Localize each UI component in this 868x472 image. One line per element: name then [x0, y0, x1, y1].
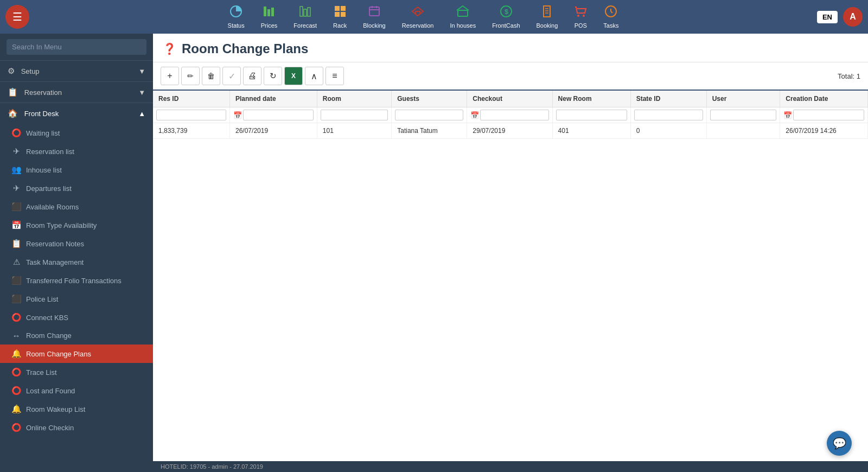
filter-checkout: 📅 [467, 107, 552, 123]
sidebar-item-room-change-plans[interactable]: 🔔 Room Change Plans [0, 345, 153, 363]
nav-item-booking[interactable]: Booking [537, 5, 558, 29]
nav-item-rack[interactable]: Rack [333, 5, 347, 29]
sidebar-item-room-wakeup-list[interactable]: 🔔 Room Wakeup List [0, 400, 153, 418]
sidebar-item-departures-list[interactable]: ✈ Departures list [0, 179, 153, 197]
sidebar-item-room-type-availability[interactable]: 📅 Room Type Availability [0, 216, 153, 234]
col-planned-date: Planned date [230, 91, 317, 107]
inhouse-list-label: Inhouse list [26, 166, 62, 174]
nav-item-pos[interactable]: POS [574, 5, 587, 29]
task-management-icon: ⚠ [11, 257, 22, 267]
language-button[interactable]: EN [817, 11, 838, 23]
col-guests: Guests [392, 91, 467, 107]
svg-rect-1 [264, 7, 266, 16]
excel-button[interactable]: X [284, 67, 303, 85]
filter-res-id-input[interactable] [156, 110, 226, 120]
room-change-icon: ↔ [11, 331, 22, 340]
delete-button[interactable]: 🗑 [202, 67, 220, 85]
cell-res-id: 1,833,739 [153, 123, 230, 139]
filter-guests-input[interactable] [395, 110, 463, 120]
svg-rect-15 [458, 10, 468, 16]
chat-bubble[interactable]: 💬 [827, 431, 852, 456]
hamburger-button[interactable]: ☰ [5, 5, 29, 29]
nav-item-tasks[interactable]: Tasks [603, 5, 618, 29]
search-input[interactable] [7, 39, 146, 55]
table-row[interactable]: 1,833,739 26/07/2019 101 Tatiana Tatum 2… [153, 123, 868, 139]
sidebar-item-transferred-folio[interactable]: ⬛ Transferred Folio Transactions [0, 271, 153, 290]
nav-item-blocking[interactable]: Blocking [363, 5, 386, 29]
filter-user [706, 107, 780, 123]
pos-nav-label: POS [575, 22, 587, 29]
frontdesk-icon: 🏠 [8, 109, 18, 118]
table-body: 1,833,739 26/07/2019 101 Tatiana Tatum 2… [153, 123, 868, 139]
nav-item-prices[interactable]: Prices [261, 5, 278, 29]
menu-button[interactable]: ≡ [326, 67, 344, 85]
room-type-availability-icon: 📅 [11, 220, 22, 230]
sidebar-section-header-frontdesk[interactable]: 🏠 Front Desk ▲ [0, 103, 153, 124]
setup-icon: ⚙ [8, 66, 15, 75]
connect-kbs-label: Connect KBS [26, 314, 68, 322]
sidebar-item-room-change[interactable]: ↔ Room Change [0, 327, 153, 345]
filter-new-room-input[interactable] [556, 110, 627, 120]
rack-nav-label: Rack [333, 22, 347, 29]
sidebar-item-lost-and-found[interactable]: ⭕ Lost and Found [0, 381, 153, 400]
nav-item-forecast[interactable]: Forecast [293, 5, 317, 29]
col-room: Room [317, 91, 391, 107]
sidebar-item-inhouse-list[interactable]: 👥 Inhouse list [0, 161, 153, 179]
nav-item-reservation[interactable]: Reservation [402, 5, 434, 29]
sidebar-item-connect-kbs[interactable]: ⭕ Connect KBS [0, 308, 153, 327]
sidebar-item-available-rooms[interactable]: ⬛ Available Rooms [0, 197, 153, 216]
footer-bar: HOTELID: 19705 - admin - 27.07.2019 [153, 461, 868, 472]
col-state-id: State ID [630, 91, 706, 107]
sidebar-section-frontdesk: 🏠 Front Desk ▲ ⭕ Waiting list ✈ Reservat… [0, 103, 153, 437]
trace-list-label: Trace List [26, 368, 57, 377]
filter-state-id [630, 107, 706, 123]
blocking-nav-icon [368, 5, 381, 21]
svg-rect-10 [341, 12, 346, 17]
inhouses-nav-label: In houses [450, 22, 476, 29]
available-rooms-icon: ⬛ [11, 202, 22, 212]
up-button[interactable]: ∧ [305, 67, 323, 85]
refresh-button[interactable]: ↻ [264, 67, 282, 85]
setup-chevron: ▼ [138, 67, 145, 75]
sidebar-section-header-reservation[interactable]: 📋 Reservation ▼ [0, 82, 153, 103]
reservation-section-label: Reservation [24, 88, 62, 97]
sidebar-section-header-setup[interactable]: ⚙ Setup ▼ [0, 61, 153, 81]
sidebar-item-police-list[interactable]: ⬛ Police List [0, 290, 153, 308]
filter-room-input[interactable] [321, 110, 388, 120]
frontcash-nav-label: FrontCash [492, 22, 520, 29]
sidebar-item-task-management[interactable]: ⚠ Task Management [0, 253, 153, 271]
sidebar-item-waiting-list[interactable]: ⭕ Waiting list [0, 124, 153, 142]
rack-nav-icon [334, 5, 347, 21]
svg-rect-6 [308, 8, 310, 16]
filter-planned-date-input[interactable] [243, 110, 314, 120]
add-button[interactable]: + [161, 67, 179, 85]
sidebar-item-reservation-list[interactable]: ✈ Reservation list [0, 142, 153, 161]
filter-planned-date: 📅 [230, 107, 317, 123]
filter-creation-date-input[interactable] [793, 110, 864, 120]
svg-rect-3 [271, 8, 274, 16]
nav-item-status[interactable]: Status [228, 5, 245, 29]
filter-state-id-input[interactable] [634, 110, 703, 120]
nav-item-inhouses[interactable]: In houses [450, 5, 476, 29]
help-icon[interactable]: ❓ [163, 42, 176, 55]
edit-button[interactable]: ✏ [181, 67, 200, 85]
sidebar-item-reservation-notes[interactable]: 📋 Reservation Notes [0, 234, 153, 253]
user-avatar[interactable]: A [843, 7, 863, 27]
creation-date-cal-icon[interactable]: 📅 [783, 111, 792, 119]
cell-checkout: 29/07/2019 [467, 123, 552, 139]
filter-room [317, 107, 391, 123]
setup-label: Setup [21, 67, 40, 75]
nav-item-frontcash[interactable]: $ FrontCash [492, 5, 520, 29]
checkout-cal-icon[interactable]: 📅 [470, 111, 479, 119]
filter-user-input[interactable] [710, 110, 777, 120]
print-button[interactable]: 🖨 [243, 67, 261, 85]
filter-new-room [552, 107, 630, 123]
reservation-chevron: ▼ [138, 88, 145, 97]
col-res-id: Res ID [153, 91, 230, 107]
total-count: Total: 1 [838, 72, 860, 80]
confirm-button[interactable]: ✓ [222, 67, 241, 85]
filter-checkout-input[interactable] [480, 110, 548, 120]
sidebar-item-trace-list[interactable]: ⭕ Trace List [0, 363, 153, 381]
planned-date-cal-icon[interactable]: 📅 [233, 111, 242, 119]
sidebar-item-online-checkin[interactable]: ⭕ Online Checkin [0, 418, 153, 437]
